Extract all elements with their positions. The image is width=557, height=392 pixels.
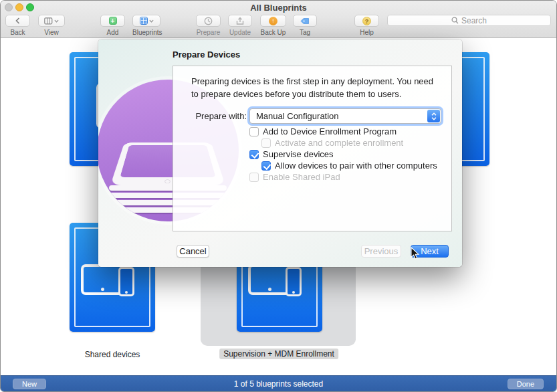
checkbox-icon (261, 161, 271, 171)
backup-circle-icon: ↑ (269, 17, 277, 25)
options-checkbox-group: Add to Device Enrollment Program Activat… (249, 126, 437, 183)
update-arrow-icon (228, 15, 252, 27)
prepare-dial-icon (196, 15, 221, 27)
help-icon: ? (362, 17, 371, 25)
done-button[interactable]: Done (508, 379, 544, 389)
ipad-outline-icon (81, 264, 124, 295)
popup-stepper-icon (427, 110, 440, 122)
search-placeholder: Search (461, 16, 487, 25)
toolbar-tag[interactable]: Tag (293, 15, 317, 36)
dialog-description: Preparing devices is the first step in a… (191, 75, 440, 100)
ipad-outline-icon (248, 264, 291, 295)
toolbar-help[interactable]: ? Help (354, 15, 379, 36)
mouse-cursor (411, 247, 420, 260)
toolbar-backup[interactable]: ↑ Back Up (260, 15, 286, 36)
blueprint-label-supervision-mdm[interactable]: Supervision + MDM Enrollment (219, 349, 338, 359)
status-bar: New 1 of 5 blueprints selected Done (1, 375, 556, 391)
toolbar-prepare[interactable]: Prepare (196, 15, 221, 36)
chevron-left-icon (5, 15, 30, 27)
selection-status-text: 1 of 5 blueprints selected (1, 379, 556, 389)
prepare-with-popup[interactable]: Manual Configuration (249, 108, 441, 124)
checkbox-icon (249, 150, 259, 159)
previous-button[interactable]: Previous (361, 245, 401, 258)
checkbox-icon (249, 173, 259, 182)
iphone-outline-icon (118, 267, 134, 296)
app-window: All Blueprints Back View + Add Blueprint… (0, 0, 557, 392)
blueprint-label-shared-devices[interactable]: Shared devices (85, 350, 140, 359)
checkbox-supervise-devices[interactable]: Supervise devices (249, 149, 437, 159)
titlebar-toolbar: All Blueprints Back View + Add Blueprint… (1, 1, 556, 38)
checkbox-allow-pairing[interactable]: Allow devices to pair with other compute… (261, 161, 437, 171)
cancel-button[interactable]: Cancel (177, 245, 209, 258)
iphone-outline-icon (286, 267, 302, 296)
dialog-title: Prepare Devices (173, 50, 240, 60)
checkbox-add-dep[interactable]: Add to Device Enrollment Program (249, 126, 437, 136)
dialog-content-box: Preparing devices is the first step in a… (173, 66, 452, 231)
checkbox-icon (261, 138, 271, 148)
search-icon (451, 17, 459, 24)
toolbar-update[interactable]: Update (228, 15, 252, 36)
checkbox-activate-enrollment[interactable]: Activate and complete enrollment (261, 138, 437, 148)
checkbox-icon (249, 127, 259, 136)
checkbox-enable-shared-ipad[interactable]: Enable Shared iPad (249, 172, 437, 182)
toolbar-blueprints[interactable]: Blueprints (132, 15, 160, 36)
add-plus-icon: + (109, 17, 117, 25)
blueprints-grid-icon (140, 17, 148, 25)
toolbar-back[interactable]: Back (5, 15, 30, 36)
toolbar-add[interactable]: + Add (100, 15, 125, 36)
tag-icon (293, 15, 317, 27)
window-title: All Blueprints (1, 3, 556, 13)
prepare-devices-dialog: Prepare Devices Preparing devices is the… (98, 39, 462, 267)
prepare-with-label: Prepare with: (180, 111, 247, 121)
toolbar-view[interactable]: View (38, 15, 65, 36)
popup-selected-value: Manual Configuration (256, 111, 339, 121)
search-input[interactable]: Search (387, 15, 551, 26)
view-grid-icon (38, 15, 65, 27)
